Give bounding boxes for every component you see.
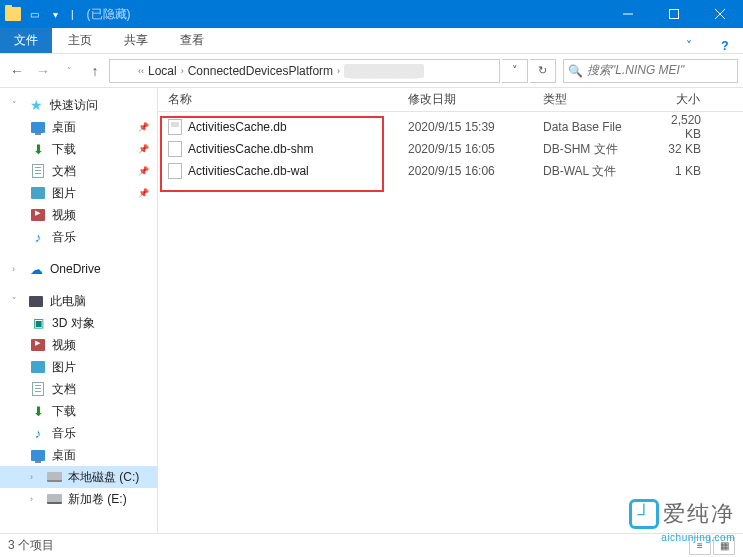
music-icon: ♪ bbox=[30, 229, 46, 245]
sidebar-item-downloads2[interactable]: ⬇下载 bbox=[0, 400, 157, 422]
sidebar-item-quickaccess[interactable]: ˅★快速访问 bbox=[0, 94, 157, 116]
minimize-button[interactable] bbox=[605, 0, 651, 28]
help-icon[interactable]: ? bbox=[707, 39, 743, 53]
sidebar-item-desktop[interactable]: 桌面📌 bbox=[0, 116, 157, 138]
onedrive-icon: ☁ bbox=[28, 261, 44, 277]
breadcrumb-seg[interactable]: ConnectedDevicesPlatform bbox=[188, 64, 333, 78]
sidebar-label: 桌面 bbox=[52, 447, 76, 464]
picture-icon bbox=[30, 185, 46, 201]
sidebar-item-onedrive[interactable]: ›☁OneDrive bbox=[0, 258, 157, 280]
sidebar-label: 视频 bbox=[52, 337, 76, 354]
address-bar[interactable]: ‹‹ Local › ConnectedDevicesPlatform › ██… bbox=[109, 59, 500, 83]
download-icon: ⬇ bbox=[30, 403, 46, 419]
chevron-icon[interactable]: › bbox=[177, 66, 188, 76]
forward-button[interactable]: → bbox=[31, 59, 55, 83]
sidebar-item-documents2[interactable]: 文档 bbox=[0, 378, 157, 400]
tab-home[interactable]: 主页 bbox=[52, 28, 108, 53]
qat-newfolder-icon[interactable]: ▾ bbox=[46, 5, 64, 23]
back-button[interactable]: ← bbox=[5, 59, 29, 83]
column-headers-row: 名称 修改日期 类型 大小 bbox=[158, 88, 743, 112]
folder-app-icon bbox=[4, 5, 22, 23]
sidebar-label: 音乐 bbox=[52, 425, 76, 442]
pin-icon: 📌 bbox=[138, 188, 149, 198]
qat-properties-icon[interactable]: ▭ bbox=[25, 5, 43, 23]
qat-divider: | bbox=[71, 9, 74, 20]
file-name: ActivitiesCache.db bbox=[188, 120, 287, 134]
breadcrumb-seg-obscured[interactable]: ████████ bbox=[344, 64, 424, 78]
search-placeholder: 搜索"L.NING MEI" bbox=[587, 62, 684, 79]
video-icon bbox=[30, 207, 46, 223]
file-pane: 名称 修改日期 类型 大小 ActivitiesCache.db2020/9/1… bbox=[158, 88, 743, 533]
view-icons-button[interactable]: ▦ bbox=[713, 537, 735, 555]
breadcrumb-seg[interactable]: Local bbox=[148, 64, 177, 78]
file-tab[interactable]: 文件 bbox=[0, 28, 52, 53]
tab-share[interactable]: 共享 bbox=[108, 28, 164, 53]
file-name: ActivitiesCache.db-shm bbox=[188, 142, 313, 156]
sidebar-item-downloads[interactable]: ⬇下载📌 bbox=[0, 138, 157, 160]
refresh-button[interactable]: ↻ bbox=[530, 59, 556, 83]
sidebar-label: 音乐 bbox=[52, 229, 76, 246]
search-input[interactable]: 🔍 搜索"L.NING MEI" bbox=[563, 59, 738, 83]
ribbon-tabs: 文件 主页 共享 查看 ˅ ? bbox=[0, 28, 743, 54]
sidebar-item-documents[interactable]: 文档📌 bbox=[0, 160, 157, 182]
sidebar-label: 图片 bbox=[52, 359, 76, 376]
svg-rect-1 bbox=[670, 10, 679, 19]
column-header-size[interactable]: 大小 bbox=[643, 91, 713, 108]
file-icon bbox=[168, 119, 182, 135]
file-date: 2020/9/15 16:06 bbox=[398, 164, 533, 178]
sidebar-label: 视频 bbox=[52, 207, 76, 224]
close-button[interactable] bbox=[697, 0, 743, 28]
video-icon bbox=[30, 337, 46, 353]
up-button[interactable]: ↑ bbox=[83, 59, 107, 83]
file-name: ActivitiesCache.db-wal bbox=[188, 164, 309, 178]
sidebar-item-newvolume[interactable]: ›新加卷 (E:) bbox=[0, 488, 157, 510]
3d-icon: ▣ bbox=[30, 315, 46, 331]
star-icon: ★ bbox=[28, 97, 44, 113]
sidebar-item-localdisk[interactable]: ›本地磁盘 (C:) bbox=[0, 466, 157, 488]
sidebar-item-pictures[interactable]: 图片📌 bbox=[0, 182, 157, 204]
ribbon-expand-icon[interactable]: ˅ bbox=[671, 39, 707, 53]
sidebar-label: 文档 bbox=[52, 381, 76, 398]
chevron-icon[interactable]: ‹‹ bbox=[134, 66, 148, 76]
sidebar-label: 3D 对象 bbox=[52, 315, 95, 332]
file-icon bbox=[168, 163, 182, 179]
history-dropdown[interactable]: ˅ bbox=[57, 59, 81, 83]
sidebar-item-music2[interactable]: ♪音乐 bbox=[0, 422, 157, 444]
file-size: 32 KB bbox=[643, 142, 713, 156]
column-header-type[interactable]: 类型 bbox=[533, 91, 643, 108]
download-icon: ⬇ bbox=[30, 141, 46, 157]
address-dropdown-icon[interactable]: ˅ bbox=[502, 59, 528, 83]
file-row[interactable]: ActivitiesCache.db-wal2020/9/15 16:06DB-… bbox=[158, 160, 743, 182]
sidebar-item-pictures2[interactable]: 图片 bbox=[0, 356, 157, 378]
sidebar-label: 下载 bbox=[52, 403, 76, 420]
status-item-count: 3 个项目 bbox=[8, 537, 54, 554]
sidebar-item-videos2[interactable]: 视频 bbox=[0, 334, 157, 356]
sidebar-item-thispc[interactable]: ˅此电脑 bbox=[0, 290, 157, 312]
sidebar-item-desktop2[interactable]: 桌面 bbox=[0, 444, 157, 466]
sidebar-label: 此电脑 bbox=[50, 293, 86, 310]
sidebar-item-videos[interactable]: 视频 bbox=[0, 204, 157, 226]
navbar: ← → ˅ ↑ ‹‹ Local › ConnectedDevicesPlatf… bbox=[0, 54, 743, 88]
sidebar-label: 下载 bbox=[52, 141, 76, 158]
window-title: (已隐藏) bbox=[87, 6, 131, 23]
sidebar-item-3dobjects[interactable]: ▣3D 对象 bbox=[0, 312, 157, 334]
drive-icon bbox=[46, 491, 62, 507]
view-details-button[interactable]: ≡ bbox=[689, 537, 711, 555]
sidebar-label: OneDrive bbox=[50, 262, 101, 276]
chevron-icon[interactable]: › bbox=[333, 66, 344, 76]
titlebar: ▭ ▾ | (已隐藏) bbox=[0, 0, 743, 28]
maximize-button[interactable] bbox=[651, 0, 697, 28]
tab-view[interactable]: 查看 bbox=[164, 28, 220, 53]
pc-icon bbox=[28, 293, 44, 309]
column-header-name[interactable]: 名称 bbox=[158, 91, 398, 108]
document-icon bbox=[30, 381, 46, 397]
sidebar-label: 新加卷 (E:) bbox=[68, 491, 127, 508]
file-row[interactable]: ActivitiesCache.db-shm2020/9/15 16:05DB-… bbox=[158, 138, 743, 160]
sidebar-item-music[interactable]: ♪音乐 bbox=[0, 226, 157, 248]
column-header-date[interactable]: 修改日期 bbox=[398, 91, 533, 108]
sidebar-label: 本地磁盘 (C:) bbox=[68, 469, 139, 486]
sidebar-label: 快速访问 bbox=[50, 97, 98, 114]
file-row[interactable]: ActivitiesCache.db2020/9/15 15:39Data Ba… bbox=[158, 116, 743, 138]
sidebar-label: 桌面 bbox=[52, 119, 76, 136]
document-icon bbox=[30, 163, 46, 179]
